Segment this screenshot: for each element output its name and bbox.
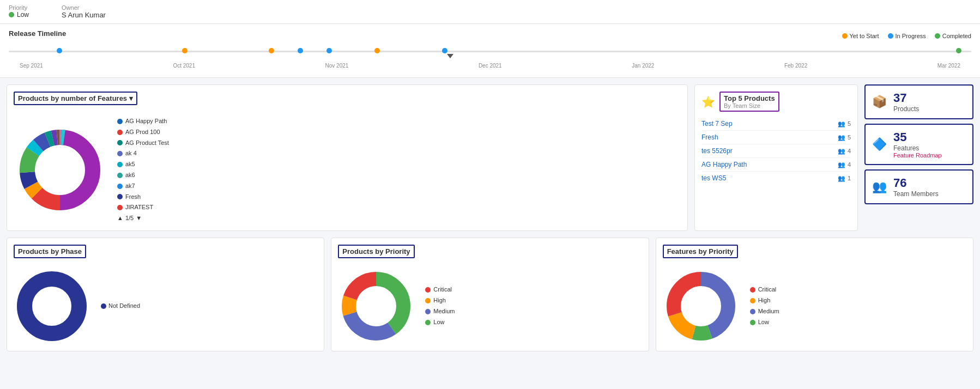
priority-label: Priority [9,4,29,11]
top5-header: ⭐ Top 5 Products By Team Size [701,92,851,112]
svg-point-21 [364,294,388,318]
top5-row-5: tes WS5 👥 1 [701,172,851,185]
legend-high: High [750,295,779,306]
top5-title: Top 5 Products [724,94,775,102]
phase-legend: Not Defined [101,301,140,312]
top5-panel: ⭐ Top 5 Products By Team Size Test 7 Sep… [694,84,858,231]
timeline-title: Release Timeline [9,29,66,38]
feature-roadmap-link[interactable]: Feature Roadmap [893,152,942,159]
products-label: Products [893,105,919,113]
legend-critical: Critical [425,284,455,295]
products-icon: 📦 [872,95,887,109]
priority-value: Low [17,11,29,19]
svg-point-27 [689,294,713,318]
members-label: Team Members [893,190,939,198]
owner-item: Owner S Arun Kumar [62,4,106,19]
legend-item: ak7 [117,181,169,192]
top5-rows: Test 7 Sep 👥 5 Fresh 👥 5 tes 5526pr 👥 4 [701,117,851,185]
people-icon: 👥 [838,120,845,127]
legend-completed: Completed [935,33,971,39]
tl-dot-7 [442,48,447,53]
features-priority-donut [663,268,739,344]
completed-label: Completed [942,33,971,39]
people-icon: 👥 [838,148,845,155]
features-number: 35 [893,130,942,144]
timeline-labels: Sep 2021 Oct 2021 Nov 2021 Dec 2021 Jan … [9,63,971,69]
products-number: 37 [893,91,919,105]
legend-item: ak5 [117,159,169,170]
legend-medium: Medium [425,306,455,317]
legend-item: ak 4 [117,148,169,159]
features-priority-panel: Features by Priority Critical High Mediu… [656,238,973,351]
timeline-container: Release Timeline Yet to Start In Progres… [9,29,971,69]
top5-row-2: Fresh 👥 5 [701,131,851,144]
timeline-bar-area [9,44,971,60]
legend-low: Low [425,317,455,328]
top5-icon: ⭐ [701,95,715,108]
owner-label: Owner [62,4,106,11]
priority-legend: Critical High Medium Low [425,284,455,327]
features-priority-title: Features by Priority [663,245,738,258]
legend-medium: Medium [750,306,779,317]
tl-label-dec: Dec 2021 [479,63,502,69]
tl-label-feb: Feb 2022 [784,63,807,69]
tl-label-mar: Mar 2022 [937,63,960,69]
stat-card-members: 👥 76 Team Members [864,169,973,204]
features-label: Features [893,144,942,152]
legend-critical: Critical [750,284,779,295]
products-features-panel: Products by number of Features ▾ [7,84,688,231]
tl-dot-1 [57,48,62,53]
tl-dot-5 [326,48,332,53]
people-icon: 👥 [838,134,845,141]
top-bar: Priority Low Owner S Arun Kumar [0,0,980,24]
features-icon: 🔷 [872,137,887,151]
completed-dot [935,33,940,39]
legend-item: Fresh [117,192,169,203]
legend-high: High [425,295,455,306]
owner-value: S Arun Kumar [62,11,106,19]
stat-card-products: 📦 37 Products [864,84,973,119]
yet-to-start-label: Yet to Start [850,33,879,39]
features-legend: AG Happy Path AG Prod 100 AG Product Tes… [117,116,169,224]
legend-low: Low [750,317,779,328]
priority-donut [338,268,414,344]
legend-item: AG Prod 100 [117,127,169,138]
priority-chart-area: Critical High Medium Low [338,264,642,344]
features-chart-area: AG Happy Path AG Prod 100 AG Product Tes… [14,116,681,224]
timeline-legend: Yet to Start In Progress Completed [842,33,971,39]
members-number: 76 [893,176,939,190]
tl-dot-2 [182,48,187,53]
phase-chart-area: Not Defined [14,264,317,344]
tl-dot-3 [269,48,274,53]
main-content-row: Products by number of Features ▾ [0,78,980,238]
yet-to-start-dot [842,33,848,39]
in-progress-label: In Progress [896,33,926,39]
legend-item: AG Happy Path [117,116,169,127]
legend-item: ak6 [117,170,169,181]
tl-marker [447,54,453,58]
legend-in-progress: In Progress [888,33,926,39]
products-phase-panel: Products by Phase Not Defined [7,238,324,351]
tl-label-jan: Jan 2022 [632,63,654,69]
timeline-section: Release Timeline Yet to Start In Progres… [0,24,980,78]
features-priority-legend: Critical High Medium Low [750,284,779,327]
products-phase-title: Products by Phase [14,245,86,258]
stat-cards: 📦 37 Products 🔷 35 Features Feature Road… [864,84,973,231]
features-donut [14,124,106,216]
top5-title-box: Top 5 Products By Team Size [719,92,779,112]
in-progress-dot [888,33,893,39]
tl-dot-8 [956,48,961,53]
stat-card-features: 🔷 35 Features Feature Roadmap [864,124,973,165]
priority-item: Priority Low [9,4,29,19]
tl-label-oct: Oct 2021 [173,63,195,69]
legend-yet-to-start: Yet to Start [842,33,879,39]
top5-row-4: AG Happy Path 👥 4 [701,158,851,172]
products-priority-title: Products by Priority [338,245,414,258]
people-icon: 👥 [838,161,845,168]
tl-label-sep: Sep 2021 [20,63,43,69]
legend-pagination[interactable]: ▲1/5▼ [117,213,169,224]
svg-point-15 [40,294,64,318]
legend-item: AG Product Test [117,138,169,149]
products-features-title: Products by number of Features ▾ [14,92,137,105]
svg-point-13 [45,155,75,185]
